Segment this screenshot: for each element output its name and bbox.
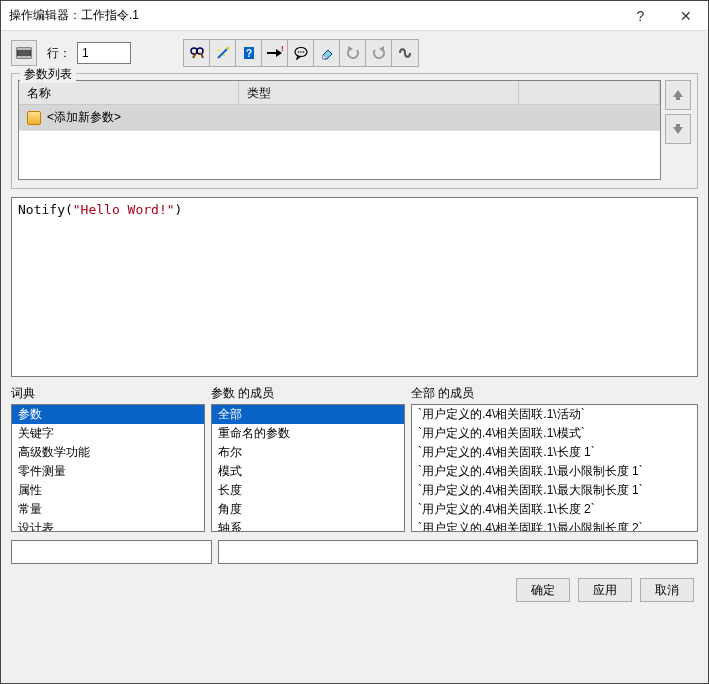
- svg-rect-1: [17, 48, 31, 50]
- svg-point-19: [302, 51, 304, 53]
- param-header-type[interactable]: 类型: [239, 81, 519, 104]
- list-item[interactable]: 设计表: [12, 519, 204, 532]
- ok-button[interactable]: 确定: [516, 578, 570, 602]
- svg-marker-24: [673, 90, 683, 97]
- runto-icon[interactable]: !: [262, 40, 288, 66]
- film-icon[interactable]: [11, 40, 37, 66]
- dialog-window: 操作编辑器：工作指令.1 ? ✕ 行： ?: [0, 0, 709, 684]
- dialog-content: 行： ? !: [1, 31, 708, 683]
- svg-point-18: [300, 51, 302, 53]
- svg-rect-25: [676, 97, 680, 100]
- param-add-label: <添加新参数>: [47, 109, 121, 126]
- list-item[interactable]: `用户定义的.4\相关固联.1\最小限制长度 1`: [412, 462, 697, 481]
- dict-label-2: 参数 的成员: [211, 385, 405, 404]
- info-icon[interactable]: ?: [236, 40, 262, 66]
- window-title: 操作编辑器：工作指令.1: [9, 7, 618, 24]
- param-reorder-buttons: [665, 80, 691, 180]
- svg-point-9: [218, 49, 220, 51]
- param-row-icon: [27, 111, 41, 125]
- expression-input-left[interactable]: [11, 540, 212, 564]
- param-table-wrap: 名称 类型 <添加新参数>: [18, 80, 691, 180]
- dialog-footer: 确定 应用 取消: [11, 574, 698, 604]
- code-editor[interactable]: Notify("Hello Word!"): [11, 197, 698, 377]
- redo-icon[interactable]: [366, 40, 392, 66]
- list-item[interactable]: 重命名的参数: [212, 424, 404, 443]
- find-icon[interactable]: [184, 40, 210, 66]
- param-header-name[interactable]: 名称: [19, 81, 239, 104]
- undo-icon[interactable]: [340, 40, 366, 66]
- loop-icon[interactable]: [392, 40, 418, 66]
- list-item[interactable]: `用户定义的.4\相关固联.1\最大限制长度 1`: [412, 481, 697, 500]
- svg-marker-26: [673, 127, 683, 134]
- code-suffix: ): [175, 202, 183, 217]
- svg-point-17: [297, 51, 299, 53]
- list-item[interactable]: 轴系: [212, 519, 404, 532]
- dict-col-3: 全部 的成员 `用户定义的.4\相关固联.1\活动``用户定义的.4\相关固联.…: [411, 385, 698, 532]
- move-down-button[interactable]: [665, 114, 691, 144]
- svg-text:!: !: [281, 45, 284, 53]
- svg-marker-23: [379, 46, 384, 52]
- svg-marker-22: [348, 46, 353, 52]
- param-add-row[interactable]: <添加新参数>: [19, 105, 660, 131]
- list-item[interactable]: 关键字: [12, 424, 204, 443]
- list-item[interactable]: 长度: [212, 481, 404, 500]
- toolbar-group: ? !: [183, 39, 419, 67]
- svg-line-6: [201, 53, 203, 58]
- list-item[interactable]: 布尔: [212, 443, 404, 462]
- members-listbox[interactable]: 全部重命名的参数布尔模式长度角度轴系: [211, 404, 405, 532]
- param-table-header: 名称 类型: [19, 81, 660, 105]
- param-list-legend: 参数列表: [20, 66, 76, 83]
- code-string: "Hello Word!": [73, 202, 175, 217]
- param-table[interactable]: 名称 类型 <添加新参数>: [18, 80, 661, 180]
- dict-listbox[interactable]: 参数关键字高级数学功能零件测量属性常量设计表搜索函数: [11, 404, 205, 532]
- list-item[interactable]: 零件测量: [12, 462, 204, 481]
- toolbar: 行： ? !: [11, 39, 698, 67]
- bottom-inputs: [11, 540, 698, 564]
- list-item[interactable]: `用户定义的.4\相关固联.1\模式`: [412, 424, 697, 443]
- list-item[interactable]: 高级数学功能: [12, 443, 204, 462]
- list-item[interactable]: `用户定义的.4\相关固联.1\长度 2`: [412, 500, 697, 519]
- list-item[interactable]: 全部: [212, 405, 404, 424]
- erase-icon[interactable]: [314, 40, 340, 66]
- list-item[interactable]: 属性: [12, 481, 204, 500]
- param-list-fieldset: 参数列表 名称 类型 <添加新参数>: [11, 73, 698, 189]
- titlebar: 操作编辑器：工作指令.1 ? ✕: [1, 1, 708, 31]
- dict-col-2: 参数 的成员 全部重命名的参数布尔模式长度角度轴系: [211, 385, 405, 532]
- list-item[interactable]: `用户定义的.4\相关固联.1\最小限制长度 2`: [412, 519, 697, 532]
- svg-text:?: ?: [245, 48, 251, 59]
- list-item[interactable]: `用户定义的.4\相关固联.1\活动`: [412, 405, 697, 424]
- move-up-button[interactable]: [665, 80, 691, 110]
- dict-label-3: 全部 的成员: [411, 385, 698, 404]
- svg-point-8: [226, 47, 229, 50]
- apply-button[interactable]: 应用: [578, 578, 632, 602]
- line-label: 行：: [47, 45, 71, 62]
- cancel-button[interactable]: 取消: [640, 578, 694, 602]
- dictionary-row: 词典 参数关键字高级数学功能零件测量属性常量设计表搜索函数 参数 的成员 全部重…: [11, 385, 698, 532]
- dict-col-1: 词典 参数关键字高级数学功能零件测量属性常量设计表搜索函数: [11, 385, 205, 532]
- expression-input-right[interactable]: [218, 540, 698, 564]
- list-item[interactable]: 角度: [212, 500, 404, 519]
- list-item[interactable]: 模式: [212, 462, 404, 481]
- comment-icon[interactable]: [288, 40, 314, 66]
- help-button[interactable]: ?: [618, 1, 663, 31]
- param-header-spacer: [519, 81, 660, 104]
- list-item[interactable]: 常量: [12, 500, 204, 519]
- code-prefix: Notify(: [18, 202, 73, 217]
- svg-point-10: [223, 54, 225, 56]
- dict-label-1: 词典: [11, 385, 205, 404]
- svg-rect-2: [17, 56, 31, 58]
- svg-rect-27: [676, 124, 680, 127]
- close-button[interactable]: ✕: [663, 1, 708, 31]
- wand-icon[interactable]: [210, 40, 236, 66]
- list-item[interactable]: 参数: [12, 405, 204, 424]
- line-input[interactable]: [77, 42, 131, 64]
- all-members-listbox[interactable]: `用户定义的.4\相关固联.1\活动``用户定义的.4\相关固联.1\模式``用…: [411, 404, 698, 532]
- list-item[interactable]: `用户定义的.4\相关固联.1\长度 1`: [412, 443, 697, 462]
